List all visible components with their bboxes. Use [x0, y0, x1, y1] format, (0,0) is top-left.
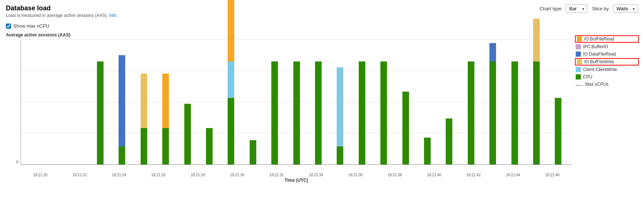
bar-segment-buffileread	[228, 0, 234, 61]
legend-label: IO:DataFileRead	[583, 52, 616, 57]
x-axis-title: Time (UTC)	[6, 178, 572, 183]
bar-segment-clientwrite	[337, 67, 343, 146]
chart-type-select[interactable]: Bar Line	[566, 4, 587, 13]
chart-type-select-wrapper: Bar Line	[566, 4, 587, 13]
x-axis-tick-label: 18:21:42	[466, 173, 481, 177]
legend-swatch	[577, 36, 582, 42]
bar-segment-cpu	[250, 140, 256, 164]
bar-stack	[555, 98, 561, 165]
bars-container	[21, 40, 572, 164]
chart-container: 0	[6, 40, 572, 172]
bar-group	[307, 40, 329, 164]
bar-segment-cpu	[424, 138, 431, 164]
bar-stack	[446, 118, 452, 164]
legend-swatch	[576, 52, 581, 57]
controls: Show max vCPU	[0, 21, 644, 31]
bar-group	[329, 40, 351, 164]
bar-group	[504, 40, 525, 164]
bar-segment-cpu	[162, 128, 169, 164]
bar-stack	[402, 92, 409, 164]
bar-segment-cpu	[315, 61, 322, 165]
bar-stack	[489, 43, 496, 164]
chart-area: Average active sessions (AAS) 0 18:21:20…	[0, 31, 644, 183]
bar-group	[24, 40, 46, 164]
x-axis-tick-label: 18:21:36	[348, 173, 362, 177]
chart-plot	[21, 40, 572, 165]
bar-stack	[184, 104, 191, 164]
legend-swatch	[576, 44, 581, 49]
bar-segment-buffileread	[162, 74, 169, 128]
legend-label: IPC:BufferIO	[583, 44, 608, 49]
bar-segment-cpu	[141, 128, 147, 164]
bar-segment-buffilewrite	[533, 19, 540, 61]
bar-stack	[97, 61, 104, 165]
bar-segment-cpu	[511, 61, 518, 165]
x-axis-tick-label: 18:21:46	[545, 173, 560, 177]
header: Database load Load is measured in averag…	[0, 0, 644, 21]
bar-segment-clientwrite	[228, 61, 234, 98]
bar-group	[460, 40, 482, 164]
page-title: Database load	[6, 4, 117, 12]
bar-group	[351, 40, 373, 164]
legend-label: IO:BufFileWrite	[584, 59, 614, 64]
show-max-vcpu-label[interactable]: Show max vCPU	[13, 23, 49, 29]
bar-stack	[162, 74, 169, 165]
legend-swatch	[577, 59, 582, 64]
bar-group	[177, 40, 198, 164]
show-max-vcpu-row: Show max vCPU	[6, 23, 638, 29]
bar-segment-cpu	[380, 61, 387, 165]
bar-group	[286, 40, 307, 164]
legend-swatch	[576, 74, 581, 79]
legend-swatch	[576, 67, 581, 72]
header-left: Database load Load is measured in averag…	[6, 4, 117, 18]
bar-segment-cpu	[228, 98, 234, 165]
bar-segment-cpu	[97, 61, 104, 165]
x-axis-tick-label: 18:21:30	[230, 173, 245, 177]
slice-by-select[interactable]: Waits SQL Users	[613, 4, 638, 13]
bar-group	[395, 40, 416, 164]
bar-segment-cpu	[533, 61, 540, 165]
bar-group	[155, 40, 176, 164]
bar-segment-cpu	[119, 146, 125, 165]
x-axis-tick-label: 18:21:28	[191, 173, 205, 177]
legend-swatch-dashed	[576, 85, 583, 86]
info-link[interactable]: Info	[109, 13, 116, 18]
bar-stack	[206, 128, 213, 164]
subtitle: Load is measured in average active sessi…	[6, 13, 117, 18]
bar-segment-buffilewrite	[141, 74, 147, 128]
bar-stack	[315, 61, 322, 165]
x-axis-tick-label: 18:21:26	[151, 173, 166, 177]
legend-item: IO:BufFileWrite	[576, 59, 638, 65]
bar-stack	[533, 19, 540, 164]
bar-stack	[141, 74, 147, 165]
x-axis-tick-label: 18:21:32	[269, 173, 284, 177]
bar-stack	[228, 0, 234, 164]
bar-group	[242, 40, 264, 164]
bar-stack	[271, 61, 278, 165]
legend-item: IO:BufFileRead	[576, 36, 638, 42]
legend-item: IPC:BufferIO	[576, 44, 638, 49]
bar-group	[220, 40, 242, 164]
bar-stack	[250, 140, 256, 164]
bar-group	[416, 40, 438, 164]
bar-group	[89, 40, 111, 164]
bar-stack	[511, 61, 518, 165]
bar-segment-cpu	[271, 61, 278, 165]
show-max-vcpu-checkbox[interactable]	[6, 24, 11, 29]
bar-stack	[424, 138, 431, 164]
legend-item: Max vCPUs	[576, 82, 638, 87]
x-axis-tick-label: 18:21:24	[112, 173, 126, 177]
bar-group	[111, 40, 133, 164]
legend-item: CPU	[576, 74, 638, 79]
bar-segment-cpu	[359, 61, 365, 165]
legend-item: IO:DataFileRead	[576, 52, 638, 57]
slice-by-label: Slice by	[592, 6, 609, 11]
x-axis-tick-label: 18:21:20	[33, 173, 47, 177]
bar-segment-cpu	[206, 128, 213, 164]
bar-segment-cpu	[468, 61, 474, 165]
bar-stack	[119, 55, 125, 164]
bar-segment-cpu	[184, 104, 191, 164]
bar-group	[547, 40, 569, 164]
bar-segment-cpu	[446, 118, 452, 164]
bar-segment-cpu	[555, 98, 561, 165]
